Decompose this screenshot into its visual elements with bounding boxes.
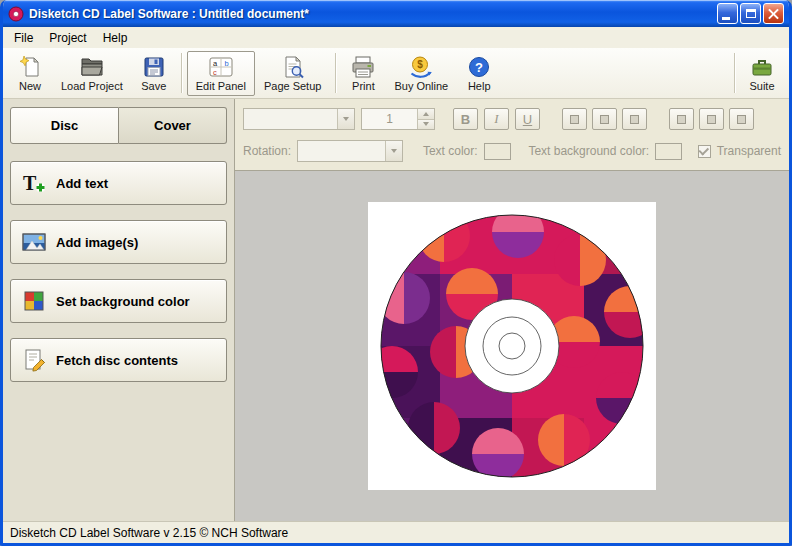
buy-online-button[interactable]: $ Buy Online	[385, 51, 457, 96]
new-document-icon	[17, 55, 43, 79]
page-setup-label: Page Setup	[264, 80, 322, 92]
align-top-right-button[interactable]	[622, 108, 647, 130]
close-button[interactable]	[763, 3, 784, 24]
disc-hole	[499, 333, 525, 359]
tab-disc[interactable]: Disc	[10, 107, 119, 144]
align-bottom-right-button[interactable]	[729, 108, 754, 130]
background-color-icon	[21, 289, 47, 313]
transparent-label: Transparent	[717, 144, 781, 158]
font-family-combo[interactable]	[243, 108, 355, 130]
svg-text:?: ?	[475, 59, 483, 74]
align-top-left-button[interactable]	[562, 108, 587, 130]
menu-help[interactable]: Help	[95, 29, 136, 47]
main-toolbar: New Load Project Save	[3, 48, 789, 99]
bold-button[interactable]: B	[453, 108, 478, 130]
align-top-center-button[interactable]	[592, 108, 617, 130]
status-text: Disketch CD Label Software v 2.15 © NCH …	[10, 526, 288, 540]
align-square-icon	[677, 115, 686, 124]
font-size-spinner[interactable]: 1	[361, 108, 435, 130]
underline-label: U	[523, 112, 532, 127]
sidebar-tabs: Disc Cover	[10, 107, 227, 144]
svg-text:b: b	[224, 58, 228, 67]
spinner-up-button[interactable]	[418, 109, 434, 119]
buy-online-icon: $	[408, 55, 434, 79]
minimize-icon	[722, 17, 730, 20]
italic-button[interactable]: I	[484, 108, 509, 130]
add-image-icon	[21, 230, 47, 254]
load-project-label: Load Project	[61, 80, 123, 92]
app-window: Disketch CD Label Software : Untitled do…	[0, 0, 792, 546]
statusbar: Disketch CD Label Software v 2.15 © NCH …	[3, 521, 789, 543]
align-square-icon	[570, 115, 579, 124]
chevron-down-icon	[343, 117, 349, 121]
add-images-button[interactable]: Add image(s)	[10, 220, 227, 264]
align-square-icon	[600, 115, 609, 124]
add-text-icon: T	[21, 171, 47, 195]
fetch-disc-contents-button[interactable]: Fetch disc contents	[10, 338, 227, 382]
save-button[interactable]: Save	[132, 51, 176, 96]
chevron-up-icon	[423, 112, 429, 116]
combo-dropdown-button[interactable]	[337, 109, 354, 129]
label-page[interactable]	[368, 202, 656, 490]
edit-panel-button[interactable]: a b c Edit Panel	[187, 51, 255, 96]
align-bottom-left-button[interactable]	[669, 108, 694, 130]
titlebar[interactable]: Disketch CD Label Software : Untitled do…	[3, 0, 789, 27]
help-button[interactable]: ? Help	[457, 51, 501, 96]
add-text-label: Add text	[56, 176, 108, 191]
new-label: New	[19, 80, 41, 92]
align-square-icon	[630, 115, 639, 124]
menu-project[interactable]: Project	[41, 29, 94, 47]
text-color-swatch[interactable]	[484, 143, 511, 160]
design-canvas[interactable]	[235, 170, 789, 521]
format-row-1: 1 B I U	[243, 107, 781, 131]
suite-label: Suite	[749, 80, 774, 92]
transparent-checkbox[interactable]	[698, 145, 711, 158]
content-area: Disc Cover T Add text	[3, 99, 789, 521]
toolbar-separator	[335, 53, 336, 93]
suite-button[interactable]: Suite	[740, 51, 784, 96]
new-button[interactable]: New	[8, 51, 52, 96]
page-setup-icon	[280, 55, 306, 79]
rotation-combo[interactable]	[297, 140, 403, 162]
suite-icon	[749, 55, 775, 79]
text-background-color-swatch[interactable]	[655, 143, 682, 160]
align-square-icon	[707, 115, 716, 124]
bold-label: B	[461, 112, 470, 127]
page-setup-button[interactable]: Page Setup	[255, 51, 331, 96]
print-icon	[350, 55, 376, 79]
help-icon: ?	[466, 55, 492, 79]
tab-cover[interactable]: Cover	[119, 107, 227, 144]
set-background-color-label: Set background color	[56, 294, 190, 309]
spinner-down-button[interactable]	[418, 119, 434, 130]
underline-button[interactable]: U	[515, 108, 540, 130]
help-label: Help	[468, 80, 491, 92]
checkmark-icon	[698, 145, 709, 156]
format-row-2: Rotation: Text color: Text background co…	[243, 139, 781, 163]
align-bottom-center-button[interactable]	[699, 108, 724, 130]
disc-preview[interactable]	[368, 202, 656, 490]
tab-cover-label: Cover	[154, 118, 191, 133]
font-size-value: 1	[362, 109, 417, 129]
combo-dropdown-button[interactable]	[385, 141, 402, 161]
svg-text:c: c	[213, 67, 217, 76]
text-color-label: Text color:	[423, 144, 478, 158]
italic-label: I	[494, 111, 498, 127]
align-group-top	[562, 108, 647, 130]
menu-file[interactable]: File	[6, 29, 41, 47]
print-button[interactable]: Print	[341, 51, 385, 96]
edit-panel-label: Edit Panel	[196, 80, 246, 92]
app-icon	[8, 6, 24, 22]
chevron-down-icon	[391, 149, 397, 153]
load-project-button[interactable]: Load Project	[52, 51, 132, 96]
set-background-color-button[interactable]: Set background color	[10, 279, 227, 323]
menubar: File Project Help	[3, 27, 789, 48]
save-icon	[141, 55, 167, 79]
maximize-button[interactable]	[740, 3, 761, 24]
minimize-button[interactable]	[717, 3, 738, 24]
buy-online-label: Buy Online	[394, 80, 448, 92]
svg-text:$: $	[418, 59, 424, 70]
add-text-button[interactable]: T Add text	[10, 161, 227, 205]
load-project-icon	[79, 55, 105, 79]
svg-text:T: T	[23, 172, 37, 194]
tab-disc-label: Disc	[51, 118, 78, 133]
